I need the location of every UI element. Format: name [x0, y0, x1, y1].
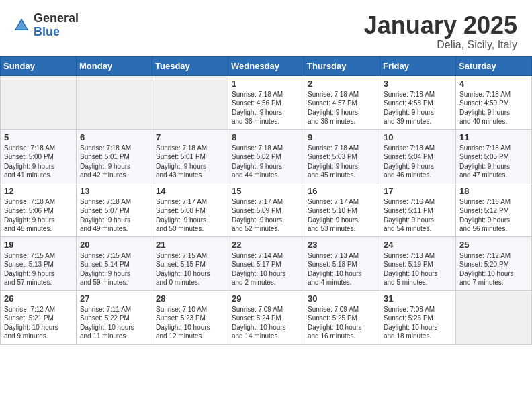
- cell-info: Sunrise: 7:17 AM Sunset: 5:08 PM Dayligh…: [156, 197, 224, 234]
- calendar-cell: 1Sunrise: 7:18 AM Sunset: 4:56 PM Daylig…: [228, 75, 304, 129]
- cell-info: Sunrise: 7:13 AM Sunset: 5:19 PM Dayligh…: [384, 251, 452, 287]
- page-header: General Blue January 2025 Delia, Sicily,…: [0, 0, 532, 56]
- calendar-cell: 17Sunrise: 7:16 AM Sunset: 5:11 PM Dayli…: [380, 183, 456, 236]
- calendar-cell: 30Sunrise: 7:09 AM Sunset: 5:25 PM Dayli…: [304, 290, 380, 344]
- location-label: Delia, Sicily, Italy: [364, 39, 517, 51]
- cell-info: Sunrise: 7:15 AM Sunset: 5:14 PM Dayligh…: [80, 251, 148, 287]
- day-number: 11: [459, 132, 528, 142]
- calendar-cell: 18Sunrise: 7:16 AM Sunset: 5:12 PM Dayli…: [456, 183, 532, 236]
- calendar-cell: 3Sunrise: 7:18 AM Sunset: 4:58 PM Daylig…: [380, 75, 456, 129]
- day-number: 6: [80, 132, 148, 142]
- day-number: 14: [156, 186, 224, 196]
- cell-info: Sunrise: 7:16 AM Sunset: 5:12 PM Dayligh…: [459, 197, 528, 234]
- calendar-cell: 16Sunrise: 7:17 AM Sunset: 5:10 PM Dayli…: [304, 183, 380, 236]
- day-number: 7: [156, 132, 224, 142]
- weekday-header-monday: Monday: [77, 56, 152, 75]
- day-number: 30: [308, 293, 376, 304]
- calendar-cell: 25Sunrise: 7:12 AM Sunset: 5:20 PM Dayli…: [456, 236, 532, 290]
- logo-general-label: General: [34, 12, 79, 26]
- weekday-header-tuesday: Tuesday: [152, 56, 228, 75]
- day-number: 4: [459, 79, 528, 89]
- cell-info: Sunrise: 7:09 AM Sunset: 5:25 PM Dayligh…: [308, 305, 376, 341]
- cell-info: Sunrise: 7:09 AM Sunset: 5:24 PM Dayligh…: [232, 305, 300, 341]
- cell-info: Sunrise: 7:18 AM Sunset: 4:59 PM Dayligh…: [459, 90, 528, 126]
- calendar-cell: 5Sunrise: 7:18 AM Sunset: 5:00 PM Daylig…: [1, 129, 77, 183]
- calendar-week-row: 26Sunrise: 7:12 AM Sunset: 5:21 PM Dayli…: [1, 290, 532, 344]
- calendar-cell: [1, 75, 77, 129]
- cell-info: Sunrise: 7:17 AM Sunset: 5:10 PM Dayligh…: [308, 197, 376, 234]
- logo: General Blue: [12, 12, 79, 39]
- cell-info: Sunrise: 7:12 AM Sunset: 5:21 PM Dayligh…: [4, 305, 73, 341]
- calendar-week-row: 19Sunrise: 7:15 AM Sunset: 5:13 PM Dayli…: [1, 236, 532, 290]
- calendar-cell: 9Sunrise: 7:18 AM Sunset: 5:03 PM Daylig…: [304, 129, 380, 183]
- day-number: 16: [308, 186, 376, 196]
- calendar-cell: 26Sunrise: 7:12 AM Sunset: 5:21 PM Dayli…: [1, 290, 77, 344]
- cell-info: Sunrise: 7:18 AM Sunset: 5:03 PM Dayligh…: [308, 144, 376, 180]
- logo-icon: [12, 16, 31, 35]
- day-number: 25: [459, 240, 528, 250]
- day-number: 20: [80, 240, 148, 250]
- calendar-cell: 8Sunrise: 7:18 AM Sunset: 5:02 PM Daylig…: [228, 129, 304, 183]
- day-number: 2: [308, 79, 376, 89]
- day-number: 18: [459, 186, 528, 196]
- calendar-cell: 27Sunrise: 7:11 AM Sunset: 5:22 PM Dayli…: [77, 290, 152, 344]
- calendar-table: SundayMondayTuesdayWednesdayThursdayFrid…: [0, 56, 532, 345]
- logo-text: General Blue: [34, 12, 79, 39]
- cell-info: Sunrise: 7:18 AM Sunset: 5:01 PM Dayligh…: [80, 144, 148, 180]
- cell-info: Sunrise: 7:16 AM Sunset: 5:11 PM Dayligh…: [384, 197, 452, 234]
- calendar-cell: 23Sunrise: 7:13 AM Sunset: 5:18 PM Dayli…: [304, 236, 380, 290]
- day-number: 22: [232, 240, 300, 250]
- day-number: 5: [4, 132, 73, 142]
- day-number: 1: [232, 79, 300, 89]
- day-number: 13: [80, 186, 148, 196]
- calendar-cell: 21Sunrise: 7:15 AM Sunset: 5:15 PM Dayli…: [152, 236, 228, 290]
- day-number: 28: [156, 293, 224, 304]
- title-section: January 2025 Delia, Sicily, Italy: [364, 12, 517, 51]
- cell-info: Sunrise: 7:12 AM Sunset: 5:20 PM Dayligh…: [459, 251, 528, 287]
- weekday-header-friday: Friday: [380, 56, 456, 75]
- cell-info: Sunrise: 7:18 AM Sunset: 4:57 PM Dayligh…: [308, 90, 376, 126]
- day-number: 27: [80, 293, 148, 304]
- calendar-cell: 15Sunrise: 7:17 AM Sunset: 5:09 PM Dayli…: [228, 183, 304, 236]
- day-number: 10: [384, 132, 452, 142]
- day-number: 21: [156, 240, 224, 250]
- calendar-week-row: 1Sunrise: 7:18 AM Sunset: 4:56 PM Daylig…: [1, 75, 532, 129]
- calendar-cell: 7Sunrise: 7:18 AM Sunset: 5:01 PM Daylig…: [152, 129, 228, 183]
- cell-info: Sunrise: 7:18 AM Sunset: 5:07 PM Dayligh…: [80, 197, 148, 234]
- calendar-cell: 29Sunrise: 7:09 AM Sunset: 5:24 PM Dayli…: [228, 290, 304, 344]
- calendar-cell: [152, 75, 228, 129]
- day-number: 15: [232, 186, 300, 196]
- calendar-week-row: 5Sunrise: 7:18 AM Sunset: 5:00 PM Daylig…: [1, 129, 532, 183]
- calendar-cell: 28Sunrise: 7:10 AM Sunset: 5:23 PM Dayli…: [152, 290, 228, 344]
- day-number: 17: [384, 186, 452, 196]
- cell-info: Sunrise: 7:18 AM Sunset: 5:01 PM Dayligh…: [156, 144, 224, 180]
- calendar-cell: 22Sunrise: 7:14 AM Sunset: 5:17 PM Dayli…: [228, 236, 304, 290]
- logo-blue-label: Blue: [34, 26, 79, 39]
- calendar-week-row: 12Sunrise: 7:18 AM Sunset: 5:06 PM Dayli…: [1, 183, 532, 236]
- calendar-cell: [456, 290, 532, 344]
- day-number: 12: [4, 186, 73, 196]
- month-title: January 2025: [364, 12, 517, 39]
- calendar-cell: 19Sunrise: 7:15 AM Sunset: 5:13 PM Dayli…: [1, 236, 77, 290]
- calendar-cell: 4Sunrise: 7:18 AM Sunset: 4:59 PM Daylig…: [456, 75, 532, 129]
- calendar-cell: 31Sunrise: 7:08 AM Sunset: 5:26 PM Dayli…: [380, 290, 456, 344]
- calendar-cell: 14Sunrise: 7:17 AM Sunset: 5:08 PM Dayli…: [152, 183, 228, 236]
- calendar-cell: 6Sunrise: 7:18 AM Sunset: 5:01 PM Daylig…: [77, 129, 152, 183]
- calendar-cell: 11Sunrise: 7:18 AM Sunset: 5:05 PM Dayli…: [456, 129, 532, 183]
- weekday-header-saturday: Saturday: [456, 56, 532, 75]
- day-number: 3: [384, 79, 452, 89]
- calendar-cell: [77, 75, 152, 129]
- day-number: 29: [232, 293, 300, 304]
- cell-info: Sunrise: 7:14 AM Sunset: 5:17 PM Dayligh…: [232, 251, 300, 287]
- weekday-header-wednesday: Wednesday: [228, 56, 304, 75]
- calendar-cell: 13Sunrise: 7:18 AM Sunset: 5:07 PM Dayli…: [77, 183, 152, 236]
- day-number: 31: [384, 293, 452, 304]
- cell-info: Sunrise: 7:11 AM Sunset: 5:22 PM Dayligh…: [80, 305, 148, 341]
- weekday-header-row: SundayMondayTuesdayWednesdayThursdayFrid…: [1, 56, 532, 75]
- day-number: 9: [308, 132, 376, 142]
- weekday-header-thursday: Thursday: [304, 56, 380, 75]
- cell-info: Sunrise: 7:10 AM Sunset: 5:23 PM Dayligh…: [156, 305, 224, 341]
- calendar-cell: 2Sunrise: 7:18 AM Sunset: 4:57 PM Daylig…: [304, 75, 380, 129]
- cell-info: Sunrise: 7:15 AM Sunset: 5:13 PM Dayligh…: [4, 251, 73, 287]
- cell-info: Sunrise: 7:18 AM Sunset: 5:06 PM Dayligh…: [4, 197, 73, 234]
